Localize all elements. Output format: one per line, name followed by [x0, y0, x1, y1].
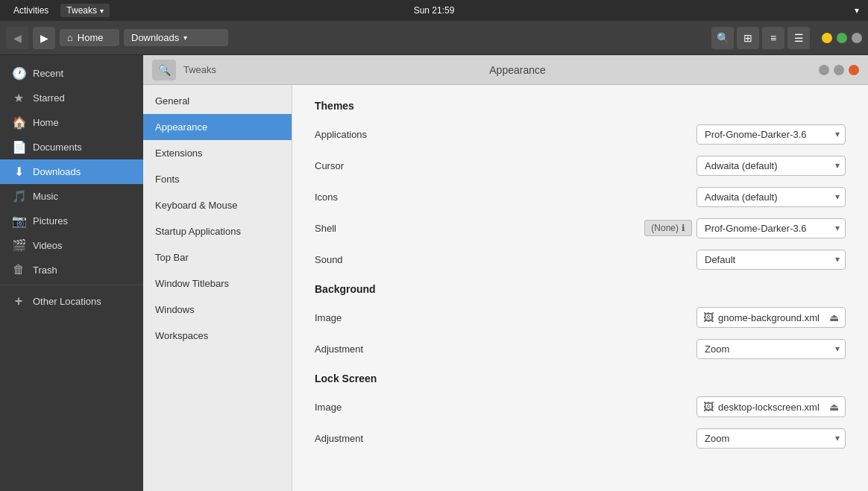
file-manager-sidebar: 🕐 Recent ★ Starred 🏠 Home 📄 Documents ⬇ … — [0, 55, 143, 491]
sidebar-label-videos: Videos — [33, 240, 63, 251]
bg-adjustment-select-wrapper: Zoom — [696, 339, 846, 359]
sound-label: Sound — [315, 254, 404, 265]
tweaks-nav-appearance[interactable]: Appearance — [143, 114, 292, 140]
system-clock: Sun 21:59 — [414, 5, 455, 16]
bg-adjustment-label: Adjustment — [315, 343, 404, 355]
tweaks-nav-startup-applications[interactable]: Startup Applications — [143, 218, 292, 244]
search-button[interactable]: 🔍 — [711, 27, 734, 49]
tweaks-app-label: Tweaks — [66, 5, 97, 16]
system-tray: ▾ — [855, 5, 859, 16]
shell-select[interactable]: Prof-Gnome-Darker-3.6 — [696, 218, 846, 238]
tweaks-app-button[interactable]: Tweaks ▾ — [60, 4, 110, 17]
tweaks-nav: General Appearance Extensions Fonts Keyb… — [143, 85, 292, 491]
sidebar-item-music[interactable]: 🎵 Music — [0, 184, 143, 209]
sidebar-item-starred[interactable]: ★ Starred — [0, 86, 143, 110]
starred-icon: ★ — [12, 91, 25, 105]
tweaks-body: General Appearance Extensions Fonts Keyb… — [143, 85, 868, 491]
tweaks-maximize-button[interactable] — [834, 65, 844, 75]
tweaks-app-arrow: ▾ — [100, 7, 104, 15]
tweaks-content-area: Themes Applications Prof-Gnome-Darker-3.… — [292, 85, 868, 491]
tweaks-search-icon: 🔍 — [158, 64, 171, 76]
icons-setting-row: Icons Adwaita (default) — [315, 185, 846, 209]
other-locations-icon: + — [12, 294, 25, 309]
sidebar-label-trash: Trash — [33, 264, 57, 276]
sidebar-item-other-locations[interactable]: + Other Locations — [0, 288, 143, 314]
tweaks-close-button[interactable] — [849, 65, 859, 75]
sidebar-label-recent: Recent — [33, 68, 63, 79]
forward-button[interactable]: ▶ — [33, 27, 55, 49]
documents-icon: 📄 — [12, 140, 25, 154]
forward-icon: ▶ — [40, 32, 48, 44]
bg-image-clear-icon[interactable]: ⏏ — [829, 311, 839, 323]
bg-adjustment-select[interactable]: Zoom — [696, 339, 846, 359]
shell-controls: (None) ℹ Prof-Gnome-Darker-3.6 — [644, 218, 846, 238]
tweaks-minimize-button[interactable] — [819, 65, 829, 75]
icons-select[interactable]: Adwaita (default) — [696, 187, 846, 207]
bg-image-file-icon: 🖼 — [703, 311, 714, 323]
ls-image-clear-icon[interactable]: ⏏ — [829, 401, 839, 413]
cursor-select[interactable]: Adwaita (default) — [696, 156, 846, 176]
search-icon: 🔍 — [717, 32, 729, 44]
sidebar-item-videos[interactable]: 🎬 Videos — [0, 233, 143, 258]
bg-image-field[interactable]: 🖼 gnome-background.xml ⏏ — [696, 307, 846, 328]
icons-select-wrapper: Adwaita (default) — [696, 187, 846, 207]
close-button[interactable] — [852, 33, 862, 43]
ls-image-field[interactable]: 🖼 desktop-lockscreen.xml ⏏ — [696, 396, 846, 417]
background-section-title: Background — [315, 283, 846, 295]
trash-icon: 🗑 — [12, 263, 25, 276]
themes-section-title: Themes — [315, 100, 846, 112]
sound-setting-row: Sound Default — [315, 247, 846, 271]
bg-image-setting-row: Image 🖼 gnome-background.xml ⏏ — [315, 305, 846, 329]
applications-select-wrapper: Prof-Gnome-Darker-3.6 — [696, 124, 846, 145]
sound-select[interactable]: Default — [696, 250, 846, 270]
location-bar[interactable]: Downloads ▾ — [124, 29, 228, 46]
bg-image-value: gnome-background.xml — [718, 312, 820, 323]
maximize-button[interactable] — [837, 33, 847, 43]
activities-button[interactable]: Activities — [9, 4, 53, 17]
downloads-icon: ⬇ — [12, 165, 25, 179]
view-options-icon: ⊞ — [743, 32, 752, 44]
lock-screen-section: Lock Screen Image 🖼 desktop-lockscreen.x… — [315, 373, 846, 450]
ls-adjustment-select[interactable]: Zoom — [696, 428, 846, 449]
sidebar-label-downloads: Downloads — [33, 166, 81, 177]
lock-screen-section-title: Lock Screen — [315, 373, 846, 384]
tweaks-nav-fonts[interactable]: Fonts — [143, 166, 292, 192]
home-sidebar-icon: 🏠 — [12, 115, 25, 130]
sidebar-label-starred: Starred — [33, 92, 65, 104]
view-options-button[interactable]: ⊞ — [737, 27, 759, 49]
tweaks-nav-keyboard-mouse[interactable]: Keyboard & Mouse — [143, 192, 292, 218]
bg-image-label: Image — [315, 312, 404, 323]
background-section: Background Image 🖼 gnome-background.xml … — [315, 283, 846, 361]
ls-adjustment-setting-row: Adjustment Zoom — [315, 426, 846, 450]
shell-setting-row: Shell (None) ℹ Prof-Gnome-Darker-3.6 — [315, 216, 846, 240]
minimize-button[interactable] — [822, 33, 832, 43]
view-list-button[interactable]: ≡ — [762, 27, 784, 49]
tweaks-nav-window-titlebars[interactable]: Window Titlebars — [143, 270, 292, 297]
menu-button[interactable]: ☰ — [787, 27, 810, 49]
sidebar-item-recent[interactable]: 🕐 Recent — [0, 61, 143, 86]
ls-adjustment-label: Adjustment — [315, 433, 404, 444]
tweaks-nav-top-bar[interactable]: Top Bar — [143, 244, 292, 270]
tweaks-nav-workspaces[interactable]: Workspaces — [143, 323, 292, 349]
applications-select[interactable]: Prof-Gnome-Darker-3.6 — [696, 124, 846, 145]
tweaks-nav-windows[interactable]: Windows — [143, 297, 292, 323]
tweaks-search-button[interactable]: 🔍 — [152, 60, 176, 80]
tweaks-win-controls — [819, 65, 859, 75]
sidebar-item-trash[interactable]: 🗑 Trash — [0, 258, 143, 282]
cursor-setting-row: Cursor Adwaita (default) — [315, 153, 846, 177]
sidebar-label-documents: Documents — [33, 142, 82, 153]
sidebar-item-documents[interactable]: 📄 Documents — [0, 135, 143, 159]
applications-label: Applications — [315, 129, 404, 140]
sound-select-wrapper: Default — [696, 250, 846, 270]
home-button[interactable]: ⌂ Home — [60, 29, 119, 46]
tweaks-nav-extensions[interactable]: Extensions — [143, 140, 292, 166]
sidebar-label-home: Home — [33, 117, 59, 128]
tweaks-nav-general[interactable]: General — [143, 88, 292, 114]
sidebar-item-pictures[interactable]: 📷 Pictures — [0, 209, 143, 233]
back-button[interactable]: ◀ — [6, 27, 28, 49]
sidebar-item-home[interactable]: 🏠 Home — [0, 110, 143, 135]
recent-icon: 🕐 — [12, 66, 25, 80]
sidebar-item-downloads[interactable]: ⬇ Downloads — [0, 159, 143, 184]
shell-info-icon: ℹ — [682, 223, 685, 233]
window-controls — [822, 33, 862, 43]
